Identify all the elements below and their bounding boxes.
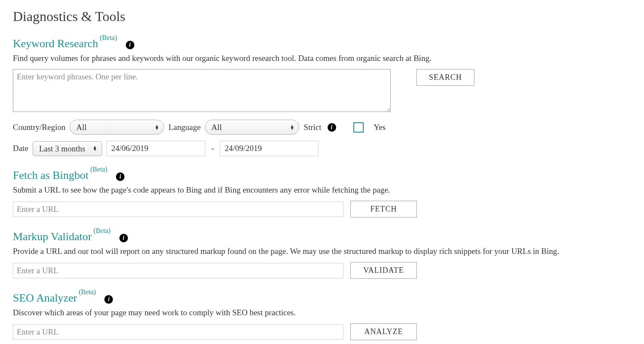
beta-tag: (Beta) <box>90 166 107 173</box>
date-to-input[interactable] <box>220 141 319 156</box>
date-label: Date <box>13 144 28 153</box>
validate-url-input[interactable] <box>13 263 343 278</box>
keyword-research-description: Find query volumes for phrases and keywo… <box>13 54 631 63</box>
keyword-research-title[interactable]: Keyword Research <box>13 37 98 50</box>
info-icon[interactable]: i <box>116 172 125 181</box>
seo-analyzer-header: SEO Analyzer (Beta) i <box>13 292 631 305</box>
strict-label: Strict <box>304 123 321 132</box>
date-range-select[interactable]: Last 3 months <box>33 141 102 156</box>
beta-tag: (Beta) <box>100 34 117 42</box>
fetch-button[interactable]: FETCH <box>350 201 417 217</box>
analyze-url-input[interactable] <box>13 324 343 340</box>
country-select[interactable]: All <box>70 120 164 135</box>
seo-analyzer-description: Discover which areas of your page may ne… <box>13 308 631 317</box>
info-icon[interactable]: i <box>328 123 336 132</box>
markup-validator-section: Markup Validator (Beta) i Provide a URL … <box>13 230 631 279</box>
beta-tag: (Beta) <box>94 227 111 235</box>
fetch-bingbot-description: Submit a URL to see how the page's code … <box>13 185 631 195</box>
analyze-button[interactable]: ANALYZE <box>350 323 417 340</box>
beta-tag: (Beta) <box>79 288 96 296</box>
fetch-bingbot-title[interactable]: Fetch as Bingbot <box>13 169 88 182</box>
yes-label: Yes <box>374 123 386 132</box>
markup-validator-title[interactable]: Markup Validator <box>13 230 92 243</box>
language-select[interactable]: All <box>205 120 299 135</box>
markup-validator-header: Markup Validator (Beta) i <box>13 230 631 243</box>
markup-validator-description: Provide a URL and our tool will report o… <box>13 247 631 256</box>
fetch-bingbot-section: Fetch as Bingbot (Beta) i Submit a URL t… <box>13 169 631 217</box>
fetch-url-input[interactable] <box>13 202 343 217</box>
strict-checkbox[interactable] <box>353 122 364 133</box>
date-dash: - <box>211 144 214 153</box>
info-icon[interactable]: i <box>104 295 113 304</box>
seo-analyzer-title[interactable]: SEO Analyzer <box>13 292 77 305</box>
seo-analyzer-section: SEO Analyzer (Beta) i Discover which are… <box>13 292 631 340</box>
country-label: Country/Region <box>13 123 65 132</box>
keyword-textarea[interactable] <box>13 69 391 112</box>
language-label: Language <box>168 123 200 132</box>
page-title: Diagnostics & Tools <box>13 9 631 24</box>
info-icon[interactable]: i <box>126 41 134 49</box>
info-icon[interactable]: i <box>119 234 128 242</box>
keyword-research-header: Keyword Research (Beta) i <box>13 37 631 50</box>
search-button[interactable]: SEARCH <box>416 69 474 86</box>
keyword-research-section: Keyword Research (Beta) i Find query vol… <box>13 37 631 156</box>
validate-button[interactable]: VALIDATE <box>350 262 417 279</box>
fetch-bingbot-header: Fetch as Bingbot (Beta) i <box>13 169 631 182</box>
date-from-input[interactable] <box>106 141 205 156</box>
